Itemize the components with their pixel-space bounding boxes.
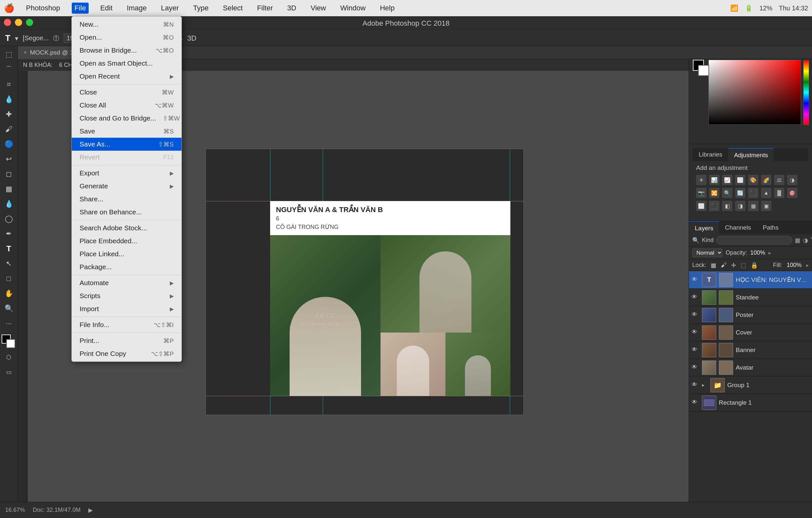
history-brush[interactable]: ↩: [2, 153, 15, 166]
scroll-right-indicator[interactable]: ▶: [88, 507, 93, 514]
menu-item-close[interactable]: Close ⌘W: [72, 86, 181, 99]
menu-window[interactable]: Window: [338, 3, 368, 13]
layer-visibility-hoc-vien[interactable]: 👁: [692, 276, 699, 284]
menu-layer[interactable]: Layer: [158, 3, 181, 13]
menu-help[interactable]: Help: [377, 3, 397, 13]
levels-adj-icon[interactable]: 📊: [709, 175, 720, 185]
layer-item-group1[interactable]: 👁 ▸ 📁 Group 1: [689, 376, 812, 394]
lock-position-icon[interactable]: ✛: [731, 262, 736, 269]
layer-item-banner[interactable]: 👁 Banner: [689, 341, 812, 359]
adj-icon-13[interactable]: ▦: [748, 201, 758, 211]
adj-icon-9[interactable]: ⬜: [696, 201, 706, 211]
layer-item-standee[interactable]: 👁 Standee: [689, 289, 812, 306]
expand-fill-icon[interactable]: ▸: [806, 262, 809, 268]
layer-visibility-poster[interactable]: 👁: [692, 311, 699, 319]
colorbalance-adj-icon[interactable]: ⚖: [774, 175, 784, 185]
menu-select[interactable]: Select: [220, 3, 245, 13]
menu-item-close-bridge[interactable]: Close and Go to Bridge... ⇧⌘W: [72, 112, 181, 125]
menu-item-open[interactable]: Open... ⌘O: [72, 31, 181, 44]
filter-icon-adjust[interactable]: ◑: [803, 237, 808, 244]
crop-tool[interactable]: ⌗: [2, 78, 15, 91]
gradient-map-adj-icon[interactable]: ▓: [774, 188, 784, 198]
menu-filter[interactable]: Filter: [255, 3, 276, 13]
lock-artboard-icon[interactable]: ⬚: [741, 262, 746, 269]
color-swatches[interactable]: [2, 335, 16, 349]
menu-item-new[interactable]: New... ⌘N: [72, 18, 181, 31]
tab-libraries[interactable]: Libraries: [693, 148, 728, 161]
zoom-tool[interactable]: 🔍: [2, 302, 15, 315]
menu-item-place-linked[interactable]: Place Linked...: [72, 248, 181, 260]
menu-item-save-as[interactable]: Save As... ⇧⌘S: [72, 138, 181, 151]
filter-icon-pixel[interactable]: ▦: [795, 237, 800, 244]
menu-item-automate[interactable]: Automate ▶: [72, 277, 181, 289]
selective-color-adj-icon[interactable]: 🎯: [787, 188, 798, 198]
path-selection[interactable]: ↖: [2, 257, 15, 270]
menu-item-file-info[interactable]: File Info... ⌥⇧⌘I: [72, 318, 181, 331]
layer-item-rectangle1[interactable]: 👁 Rectangle 1: [689, 394, 812, 411]
menu-file[interactable]: File: [72, 3, 88, 13]
layer-visibility-avatar[interactable]: 👁: [692, 364, 699, 372]
menu-item-browse[interactable]: Browse in Bridge... ⌥⌘O: [72, 44, 181, 57]
menu-item-open-smart[interactable]: Open as Smart Object...: [72, 57, 181, 70]
tab-paths[interactable]: Paths: [757, 221, 784, 234]
menu-type[interactable]: Type: [191, 3, 211, 13]
exposure-adj-icon[interactable]: ⬜: [735, 175, 746, 185]
layer-visibility-group1[interactable]: 👁: [692, 381, 699, 389]
eraser-tool[interactable]: ◻: [2, 168, 15, 180]
menu-item-print-one[interactable]: Print One Copy ⌥⇧⌘P: [72, 347, 181, 360]
invert-adj-icon[interactable]: 🔄: [735, 188, 746, 198]
eyedropper-tool[interactable]: 💧: [2, 93, 15, 106]
healing-tool[interactable]: ✚: [2, 108, 15, 121]
menu-item-generate[interactable]: Generate ▶: [72, 180, 181, 193]
lock-transparent-icon[interactable]: ▦: [711, 262, 716, 269]
hand-tool[interactable]: ✋: [2, 287, 15, 300]
layer-visibility-rectangle1[interactable]: 👁: [692, 399, 699, 407]
dodge-tool[interactable]: ◯: [2, 212, 15, 225]
window-maximize-button[interactable]: [26, 19, 33, 26]
menu-item-import[interactable]: Import ▶: [72, 303, 181, 315]
opacity-value[interactable]: 100%: [750, 250, 765, 256]
curves-adj-icon[interactable]: 📈: [722, 175, 732, 185]
hue-strip[interactable]: [803, 60, 809, 125]
adj-icon-11[interactable]: ◧: [722, 201, 732, 211]
bw-adj-icon[interactable]: ◑: [787, 175, 798, 185]
lock-pixels-icon[interactable]: 🖌: [721, 262, 727, 268]
window-close-button[interactable]: [4, 19, 11, 26]
menu-edit[interactable]: Edit: [98, 3, 115, 13]
font-family[interactable]: [Segoe...: [23, 34, 49, 42]
menu-item-save[interactable]: Save ⌘S: [72, 125, 181, 138]
layer-visibility-banner[interactable]: 👁: [692, 346, 699, 354]
photo-filter-adj-icon[interactable]: 📷: [696, 188, 706, 198]
screen-mode[interactable]: ▭: [2, 366, 15, 379]
hsl-adj-icon[interactable]: 🌈: [761, 175, 772, 185]
menu-item-share-behance[interactable]: Share on Behance...: [72, 206, 181, 219]
menu-item-package[interactable]: Package...: [72, 260, 181, 274]
menu-item-place-embedded[interactable]: Place Embedded...: [72, 234, 181, 248]
brush-tool[interactable]: 🖌: [2, 123, 15, 136]
lasso-tool[interactable]: ⌒: [2, 63, 15, 76]
pen-tool[interactable]: ✒: [2, 227, 15, 240]
layer-item-hoc-vien[interactable]: 👁 T HỌC VIÊN: NGUYỄN VĂ...: [689, 271, 812, 289]
layer-expand-group1[interactable]: ▸: [702, 382, 708, 388]
extras-tool[interactable]: ···: [2, 317, 15, 330]
expand-opacity-icon[interactable]: ▸: [768, 250, 771, 256]
brightness-adj-icon[interactable]: ☀: [696, 175, 706, 185]
gradient-tool[interactable]: ▦: [2, 182, 15, 196]
fill-value[interactable]: 100%: [787, 262, 802, 268]
layer-item-poster[interactable]: 👁 Poster: [689, 306, 812, 324]
layer-item-cover[interactable]: 👁 Cover: [689, 324, 812, 341]
stamp-tool[interactable]: 🔵: [2, 138, 15, 151]
menu-item-share[interactable]: Share...: [72, 193, 181, 206]
color-gradient-picker[interactable]: [708, 60, 801, 125]
menu-item-close-all[interactable]: Close All ⌥⌘W: [72, 99, 181, 112]
menu-item-export[interactable]: Export ▶: [72, 167, 181, 180]
menu-item-search-stock[interactable]: Search Adobe Stock...: [72, 222, 181, 234]
blur-tool[interactable]: 💧: [2, 198, 15, 210]
threshold-adj-icon[interactable]: ▲: [761, 188, 772, 198]
color-lookup-adj-icon[interactable]: 🔍: [722, 188, 732, 198]
menu-item-open-recent[interactable]: Open Recent ▶: [72, 70, 181, 83]
posterize-adj-icon[interactable]: ⬛: [748, 188, 758, 198]
tab-layers[interactable]: Layers: [689, 221, 719, 234]
3d-icon[interactable]: 3D: [187, 34, 197, 42]
blend-mode-select[interactable]: Normal: [692, 249, 722, 257]
